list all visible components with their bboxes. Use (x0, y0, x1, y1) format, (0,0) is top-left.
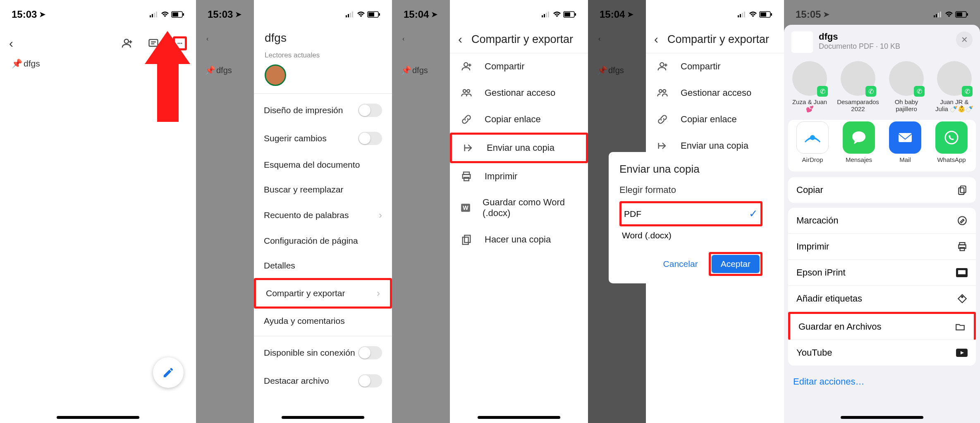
people-row: ✆Zuza & Juan 💕 ✆Desamparados 2022 ✆Oh ba… (784, 59, 980, 120)
file-thumbnail (791, 31, 813, 53)
app-messages[interactable]: Mensajes (840, 121, 877, 163)
svg-rect-22 (548, 12, 549, 17)
action-markup[interactable]: Marcación (788, 208, 976, 234)
toggle-print-layout[interactable] (358, 104, 382, 117)
menu-details[interactable]: Detalles (254, 253, 392, 278)
share-contact[interactable]: ✆Oh baby pajillero (887, 61, 926, 112)
format-dialog: Enviar una copia Elegir formato PDF✓ Wor… (609, 152, 773, 283)
reader-avatar[interactable] (265, 64, 286, 86)
share-contact[interactable]: ✆Desamparados 2022 (838, 61, 878, 112)
actions-group-1: Copiar (788, 177, 976, 203)
share-sendcopy[interactable]: Enviar una copia (450, 133, 588, 163)
svg-point-56 (945, 131, 958, 144)
svg-rect-2 (154, 13, 155, 17)
action-save-files[interactable]: Guardar en Archivos (788, 312, 976, 340)
markup-icon (957, 215, 968, 226)
accept-button[interactable]: Aceptar (712, 255, 760, 273)
edit-fab[interactable] (153, 357, 184, 388)
svg-rect-12 (346, 15, 347, 17)
share-copylink[interactable]: Copiar enlace (646, 106, 784, 133)
share-saveword[interactable]: WGuardar como Word (.docx) (450, 190, 588, 226)
toggle-offline[interactable] (358, 346, 382, 359)
svg-point-26 (464, 63, 468, 67)
cancel-button[interactable]: Cancelar (659, 256, 702, 272)
home-indicator (841, 416, 923, 419)
print-icon (957, 241, 968, 252)
share-share[interactable]: Compartir (646, 53, 784, 80)
action-youtube[interactable]: YouTube (788, 340, 976, 366)
app-whatsapp[interactable]: WhatsApp (933, 121, 970, 163)
share-sheet: dfgs Documento PDF · 10 KB ✕ ✆Zuza & Jua… (784, 25, 980, 423)
share-contact[interactable]: ✆Juan JR & Julia 🍼👶🍼 (935, 61, 974, 112)
back-button[interactable]: ‹ (9, 36, 13, 50)
svg-point-45 (663, 90, 666, 93)
back-button[interactable]: ‹ (458, 32, 462, 46)
action-copy[interactable]: Copiar (788, 177, 976, 203)
chevron-right-icon: › (379, 209, 382, 221)
share-header: ‹ Compartir y exportar (450, 24, 588, 53)
status-bar (254, 0, 392, 24)
menu-star[interactable]: Destacar archivo (254, 367, 392, 395)
menu-print-layout[interactable]: Diseño de impresión (254, 96, 392, 124)
menu-suggest[interactable]: Sugerir cambios (254, 124, 392, 152)
svg-rect-39 (744, 12, 745, 17)
options-panel: dfgs Lectores actuales Diseño de impresi… (254, 0, 392, 423)
action-tags[interactable]: Añadir etiquetas (788, 286, 976, 312)
svg-rect-42 (771, 13, 772, 16)
epson-icon (956, 268, 968, 277)
close-button[interactable]: ✕ (956, 31, 973, 48)
red-arrow (157, 31, 190, 122)
tag-icon (957, 293, 968, 304)
dialog-title: Enviar una copia (619, 163, 762, 176)
svg-rect-21 (546, 13, 547, 17)
svg-point-65 (961, 296, 963, 297)
send-icon (461, 142, 476, 154)
share-copylink[interactable]: Copiar enlace (450, 106, 588, 133)
add-person-icon[interactable] (120, 36, 134, 50)
share-manage[interactable]: Gestionar acceso (646, 80, 784, 106)
edit-actions-link[interactable]: Editar acciones… (784, 371, 980, 393)
svg-rect-52 (967, 13, 968, 16)
app-airdrop[interactable]: AirDrop (794, 121, 831, 163)
menu-help[interactable]: Ayuda y comentarios (254, 309, 392, 333)
svg-rect-46 (934, 15, 935, 17)
share-share[interactable]: Compartir (450, 53, 588, 80)
option-word[interactable]: Word (.docx) (619, 226, 762, 245)
svg-rect-24 (564, 12, 570, 17)
action-print[interactable]: Imprimir (788, 234, 976, 260)
share-contact[interactable]: ✆Zuza & Juan 💕 (790, 61, 829, 112)
menu-outline[interactable]: Esquema del documento (254, 152, 392, 177)
share-print[interactable]: Imprimir (450, 163, 588, 190)
action-epson[interactable]: Epson iPrint (788, 260, 976, 286)
home-indicator (282, 416, 364, 419)
svg-rect-14 (350, 13, 351, 17)
screen-2: 15:03➤ ‹ 📌dfgs dfgs Lectores actuales Di… (196, 0, 392, 423)
copy-icon (957, 185, 968, 195)
check-icon: ✓ (749, 207, 758, 220)
svg-rect-6 (183, 13, 184, 16)
menu-wordcount[interactable]: Recuento de palabras› (254, 202, 392, 228)
svg-rect-20 (544, 14, 545, 17)
toggle-star[interactable] (358, 374, 382, 387)
back-button[interactable]: ‹ (654, 32, 658, 46)
option-pdf[interactable]: PDF✓ (619, 201, 762, 226)
dialog-subtitle: Elegir formato (619, 185, 762, 195)
svg-rect-13 (348, 14, 349, 17)
screen-1: 15:03➤ ‹ 📌dfgs (0, 0, 196, 423)
svg-rect-25 (575, 13, 576, 16)
share-manage[interactable]: Gestionar acceso (450, 80, 588, 106)
menu-share-export[interactable]: Compartir y exportar› (254, 278, 392, 309)
svg-rect-49 (940, 12, 941, 17)
toggle-suggest[interactable] (358, 132, 382, 145)
share-makecopy[interactable]: Hacer una copia (450, 226, 588, 253)
menu-offline[interactable]: Disponible sin conexión (254, 339, 392, 367)
share-panel: ‹ Compartir y exportar Compartir Gestion… (450, 0, 588, 423)
svg-rect-47 (936, 14, 937, 17)
svg-rect-36 (738, 15, 739, 17)
dimmed-background: 15:04➤ ‹ 📌dfgs (392, 0, 450, 423)
svg-point-28 (467, 90, 470, 93)
menu-pagesetup[interactable]: Configuración de página (254, 228, 392, 253)
menu-find[interactable]: Buscar y reemplazar (254, 177, 392, 202)
app-mail[interactable]: Mail (887, 121, 924, 163)
svg-rect-3 (156, 12, 157, 17)
